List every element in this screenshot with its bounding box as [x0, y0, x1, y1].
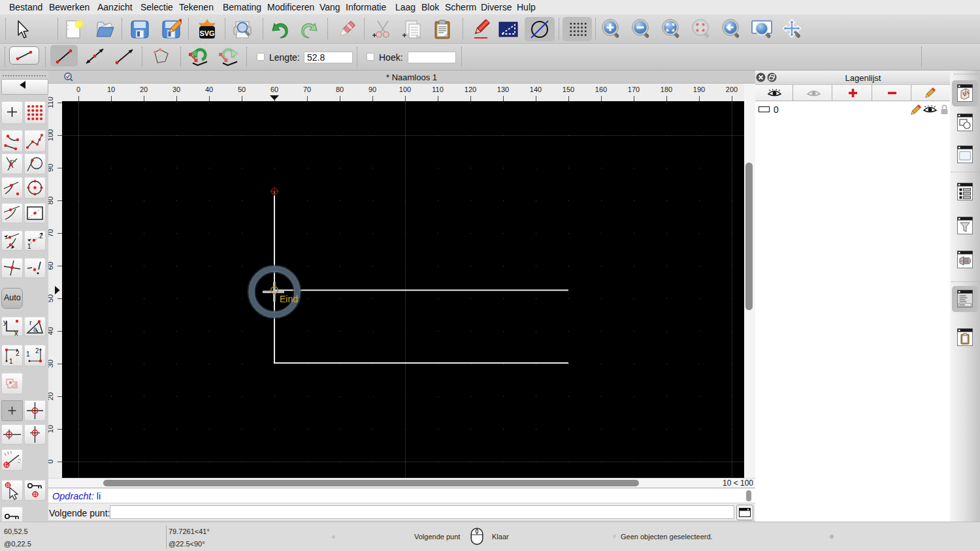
svg-text:a: a — [33, 326, 37, 333]
svg-text:y: y — [3, 318, 7, 326]
svg-text:2: 2 — [16, 350, 20, 357]
svg-text:2: 2 — [35, 347, 39, 354]
svg-text:1: 1 — [26, 351, 30, 358]
svg-text:Eind: Eind — [280, 294, 298, 304]
svg-text:SVG: SVG — [199, 29, 214, 37]
svg-text:x: x — [14, 329, 18, 336]
svg-text:r: r — [29, 319, 32, 326]
svg-text:1: 1 — [27, 243, 31, 250]
svg-text:1: 1 — [9, 358, 13, 365]
